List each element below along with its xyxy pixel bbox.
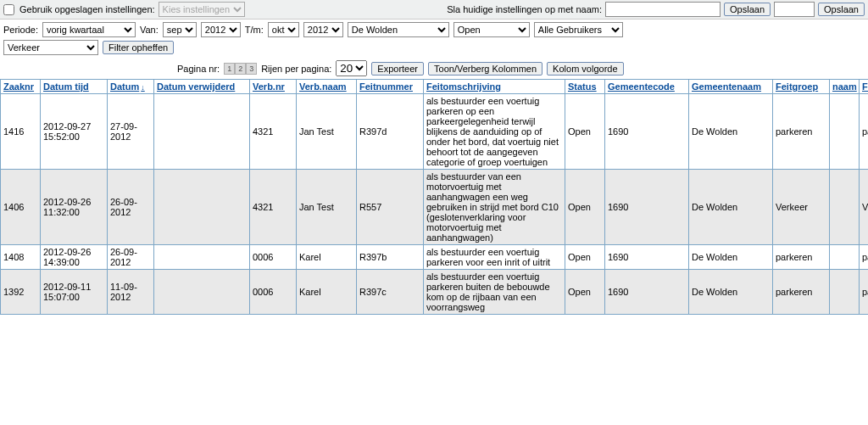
cell-feitgroep: parkeren [773, 94, 830, 170]
cell-feitgroep: parkeren [773, 270, 830, 315]
col-header-datum[interactable]: Datum↓ [108, 80, 154, 94]
cell-datumtijd: 2012-09-27 15:52:00 [41, 94, 108, 170]
cell-feitgroep2: parkeren [860, 94, 869, 170]
pager-bar: Pagina nr: 123 Rijen per pagina: 20 Expo… [0, 58, 868, 79]
cell-zaaknr: 1406 [1, 170, 41, 245]
col-header-feitnummer[interactable]: Feitnummer [357, 80, 424, 94]
page-number-2[interactable]: 2 [235, 63, 246, 75]
column-order-button[interactable]: Kolom volgorde [547, 62, 623, 75]
page-number-3[interactable]: 3 [246, 63, 257, 75]
users-select[interactable]: Alle Gebruikers [534, 22, 623, 37]
cell-gemeentecode: 1690 [605, 270, 689, 315]
cell-feitgroep2: parkeren [860, 270, 869, 315]
cell-status: Open [565, 270, 605, 315]
col-header-zaaknr[interactable]: Zaaknr [1, 80, 41, 94]
cell-zaaknr: 1408 [1, 245, 41, 270]
col-header-gemeentecode[interactable]: Gemeentecode [605, 80, 689, 94]
cell-feitomschrijving: als bestuurder een voertuig parkeren op … [424, 94, 565, 170]
use-saved-checkbox[interactable] [3, 4, 14, 15]
saved-settings-select[interactable]: Kies instellingen [159, 2, 245, 17]
filter-bar-2: Verkeer Filter opheffen [0, 40, 868, 58]
clear-filter-button[interactable]: Filter opheffen [103, 41, 174, 54]
col-header-feitgroep2[interactable]: Feitgroep [860, 80, 869, 94]
cell-gemeentenaam: De Wolden [689, 270, 773, 315]
cell-naam [830, 270, 860, 315]
cell-feitnummer: R557 [357, 170, 424, 245]
cell-zaaknr: 1392 [1, 270, 41, 315]
to-month-select[interactable]: okt [268, 22, 299, 37]
cell-feitnummer: R397b [357, 245, 424, 270]
cell-status: Open [565, 170, 605, 245]
cell-status: Open [565, 94, 605, 170]
sort-indicator-icon: ↓ [141, 83, 145, 92]
cell-verbnaam: Jan Test [297, 170, 357, 245]
cell-feitomschrijving: als bestuurder van een motorvoertuig met… [424, 170, 565, 245]
cell-verbnaam: Karel [297, 270, 357, 315]
save-settings-extra-input[interactable] [774, 2, 815, 17]
cell-naam [830, 94, 860, 170]
col-header-gemeentenaam[interactable]: Gemeentenaam [689, 80, 773, 94]
col-header-verbnaam[interactable]: Verb.naam [297, 80, 357, 94]
rows-per-page-select[interactable]: 20 [336, 60, 367, 76]
cell-verbnr: 4321 [250, 170, 297, 245]
cell-gemeentenaam: De Wolden [689, 94, 773, 170]
col-header-feitomschrijving[interactable]: Feitomschrijving [424, 80, 565, 94]
cell-gemeentenaam: De Wolden [689, 245, 773, 270]
cell-verbnr: 0006 [250, 245, 297, 270]
table-row[interactable]: 14082012-09-26 14:39:0026-09-20120006Kar… [1, 245, 869, 270]
cell-feitomschrijving: als bestuurder een voertuig parkeren voo… [424, 245, 565, 270]
table-row[interactable]: 14062012-09-26 11:32:0026-09-20124321Jan… [1, 170, 869, 245]
cell-feitomschrijving: als bestuurder een voertuig parkeren bui… [424, 270, 565, 315]
col-header-datum_verwijderd[interactable]: Datum verwijderd [154, 80, 250, 94]
to-year-select[interactable]: 2012 [303, 22, 343, 37]
cell-datum: 26-09-2012 [108, 245, 154, 270]
col-header-naam[interactable]: naam [830, 80, 860, 94]
cell-feitnummer: R397d [357, 94, 424, 170]
col-header-datumtijd[interactable]: Datum tijd [41, 80, 108, 94]
status-select[interactable]: Open [453, 22, 530, 37]
cell-gemeentenaam: De Wolden [689, 170, 773, 245]
save-settings-button[interactable]: Opslaan [724, 3, 771, 16]
filter-bar: Periode: vorig kwartaal Van: sep 2012 T/… [0, 20, 868, 40]
from-year-select[interactable]: 2012 [201, 22, 241, 37]
col-header-status[interactable]: Status [565, 80, 605, 94]
period-label: Periode: [3, 25, 38, 35]
municipality-select[interactable]: De Wolden [348, 22, 449, 37]
cell-datum_verwijderd [154, 94, 250, 170]
cell-verbnr: 0006 [250, 270, 297, 315]
cell-datum_verwijderd [154, 245, 250, 270]
cell-datum: 27-09-2012 [108, 94, 154, 170]
table-row[interactable]: 14162012-09-27 15:52:0027-09-20124321Jan… [1, 94, 869, 170]
to-label: T/m: [245, 25, 264, 35]
rows-per-page-label: Rijen per pagina: [261, 64, 331, 74]
from-month-select[interactable]: sep [163, 22, 197, 37]
cell-feitgroep2: parkeren [860, 245, 869, 270]
toggle-columns-button[interactable]: Toon/Verberg Kolommen [428, 62, 542, 75]
period-select[interactable]: vorig kwartaal [42, 22, 136, 37]
col-header-verbnr[interactable]: Verb.nr [250, 80, 297, 94]
cell-verbnr: 4321 [250, 94, 297, 170]
settings-toolbar: Gebruik opgeslagen instellingen: Kies in… [0, 0, 868, 20]
save-settings-label: Sla huidige instellingen op met naam: [447, 4, 602, 14]
save-settings-name-input[interactable] [605, 2, 721, 17]
cell-zaaknr: 1416 [1, 94, 41, 170]
cell-naam [830, 245, 860, 270]
cell-gemeentecode: 1690 [605, 170, 689, 245]
page-number-1[interactable]: 1 [224, 63, 235, 75]
cell-naam [830, 170, 860, 245]
header-row: ZaaknrDatum tijdDatum↓Datum verwijderdVe… [1, 80, 869, 94]
cell-status: Open [565, 245, 605, 270]
category-select[interactable]: Verkeer [3, 40, 98, 55]
cell-feitgroep2: Verkeer [860, 170, 869, 245]
cell-datum: 11-09-2012 [108, 270, 154, 315]
cell-verbnaam: Jan Test [297, 94, 357, 170]
save-settings-button-2[interactable]: Opslaan [818, 3, 865, 16]
col-header-feitgroep[interactable]: Feitgroep [773, 80, 830, 94]
table-row[interactable]: 13922012-09-11 15:07:0011-09-20120006Kar… [1, 270, 869, 315]
cell-verbnaam: Karel [297, 245, 357, 270]
use-saved-label: Gebruik opgeslagen instellingen: [19, 4, 155, 14]
cell-datum: 26-09-2012 [108, 170, 154, 245]
cell-datumtijd: 2012-09-11 15:07:00 [41, 270, 108, 315]
cell-gemeentecode: 1690 [605, 94, 689, 170]
export-button[interactable]: Exporteer [371, 62, 424, 75]
